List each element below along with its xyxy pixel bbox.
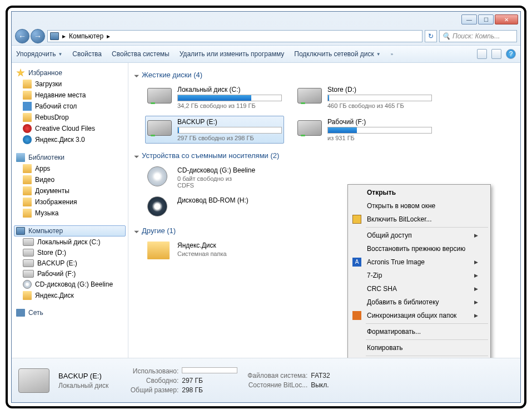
- map-drive-button[interactable]: Подключить сетевой диск▼: [294, 50, 380, 58]
- menu-restore[interactable]: Восстановить прежнюю версию: [349, 242, 489, 255]
- category-removable[interactable]: Устройства со съемными носителями (2): [135, 151, 514, 160]
- details-value: FAT32: [311, 372, 330, 379]
- drive-free: 460 ГБ свободно из 465 ГБ: [327, 102, 432, 109]
- menu-format[interactable]: Форматировать...: [349, 325, 489, 338]
- sidebar-item[interactable]: Видео: [14, 174, 126, 185]
- acronis-icon: A: [352, 258, 361, 267]
- drive-d[interactable]: Store (D:)460 ГБ свободно из 465 ГБ: [295, 83, 434, 111]
- hdd-icon: [147, 120, 172, 136]
- hdd-icon: [147, 88, 172, 103]
- sidebar-item[interactable]: Документы: [14, 185, 126, 196]
- sidebar-item[interactable]: Apps: [14, 163, 126, 174]
- search-icon: 🔍: [442, 32, 450, 40]
- star-icon: [16, 68, 25, 77]
- chevron-button[interactable]: »: [391, 52, 393, 57]
- usage-bar: [327, 95, 432, 101]
- preview-pane-button[interactable]: [491, 49, 501, 59]
- menu-crc[interactable]: CRC SHA▶: [349, 282, 489, 295]
- cd-icon: [147, 166, 167, 186]
- back-button[interactable]: ←: [15, 29, 29, 43]
- sidebar-computer[interactable]: Компьютер: [14, 225, 126, 236]
- yandex-icon: [23, 135, 32, 144]
- system-properties-button[interactable]: Свойства системы: [112, 50, 170, 58]
- uninstall-button[interactable]: Удалить или изменить программу: [180, 50, 285, 58]
- sidebar-favorites[interactable]: Избранное: [14, 67, 126, 78]
- drive-label: CD-дисковод (G:) Beeline: [177, 166, 282, 174]
- menu-copy[interactable]: Копировать: [349, 341, 489, 354]
- sidebar-item[interactable]: Яндекс.Диск 3.0: [14, 134, 126, 145]
- sync-icon: [352, 311, 361, 320]
- sidebar-item[interactable]: Яндекс.Диск: [14, 290, 126, 301]
- menu-acronis[interactable]: AAcronis True Image▶: [349, 255, 489, 269]
- sidebar-item[interactable]: BACKUP (E:): [14, 258, 126, 268]
- sidebar-item[interactable]: Рабочий (F:): [14, 268, 126, 279]
- breadcrumb-item[interactable]: Компьютер: [69, 32, 103, 40]
- breadcrumb[interactable]: ▸ Компьютер ▸: [47, 30, 422, 42]
- maximize-button[interactable]: ☐: [478, 14, 494, 24]
- menu-7zip[interactable]: 7-Zip▶: [349, 269, 489, 282]
- details-label: Состояние BitLoc...: [246, 381, 307, 389]
- properties-button[interactable]: Свойства: [72, 50, 102, 58]
- drive-cd[interactable]: CD-дисковод (G:) Beeline0 байт свободно …: [145, 164, 284, 191]
- drive-label: Рабочий (F:): [327, 118, 432, 126]
- drive-free: 34,2 ГБ свободно из 119 ГБ: [177, 102, 282, 109]
- sidebar-item[interactable]: Изображения: [14, 196, 126, 208]
- drive-yandex[interactable]: Яндекс.ДискСистемная папка: [145, 239, 284, 264]
- details-value: 298 ГБ: [182, 386, 203, 394]
- library-icon: [16, 153, 25, 162]
- usage-bar: [177, 127, 282, 134]
- sidebar-item[interactable]: Музыка: [14, 208, 126, 219]
- drive-label: BACKUP (E:): [177, 118, 282, 126]
- toolbar: Упорядочить▼ Свойства Свойства системы У…: [12, 45, 520, 63]
- sidebar-item[interactable]: Загрузки: [14, 78, 126, 90]
- sidebar-item[interactable]: Локальный диск (C:): [14, 236, 126, 247]
- disk-icon: [23, 270, 34, 278]
- details-type: Локальный диск: [58, 382, 108, 390]
- menu-shortcut[interactable]: Создать ярлык: [349, 357, 489, 358]
- details-label: Свободно:: [117, 377, 178, 385]
- category-hdd[interactable]: Жесткие диски (4): [135, 71, 514, 79]
- sidebar-item[interactable]: Store (D:): [14, 247, 126, 258]
- details-label: Файловая система:: [246, 372, 307, 379]
- folder-icon: [23, 113, 32, 122]
- bd-icon: [147, 196, 167, 216]
- folder-icon: [23, 291, 32, 300]
- menu-share[interactable]: Общий доступ▶: [349, 229, 489, 242]
- cc-icon: [23, 124, 32, 133]
- drive-label: Store (D:): [327, 86, 432, 93]
- forward-button[interactable]: →: [31, 29, 45, 43]
- folder-icon: [23, 175, 32, 184]
- close-button[interactable]: ✕: [495, 14, 518, 24]
- sidebar-item[interactable]: Недавние места: [14, 90, 126, 101]
- folder-icon: [23, 164, 32, 173]
- sidebar-item[interactable]: Рабочий стол: [14, 101, 126, 112]
- sidebar-libraries[interactable]: Библиотеки: [14, 152, 126, 163]
- sidebar-network[interactable]: Сеть: [14, 308, 126, 318]
- menu-bitlocker[interactable]: Включить BitLocker...: [349, 213, 489, 226]
- hdd-icon: [18, 368, 49, 393]
- drive-sub: CDFS: [177, 182, 282, 189]
- menu-sync[interactable]: Синхронизация общих папок▶: [349, 309, 489, 322]
- refresh-button[interactable]: ↻: [425, 30, 437, 42]
- search-input[interactable]: 🔍 Поиск: Компь...: [439, 30, 517, 42]
- usage-bar: [182, 367, 237, 373]
- minimize-button[interactable]: ―: [461, 14, 477, 24]
- folder-icon: [147, 241, 170, 259]
- menu-addlib[interactable]: Добавить в библиотеку▶: [349, 295, 489, 309]
- drive-c[interactable]: Локальный диск (C:)34,2 ГБ свободно из 1…: [145, 83, 284, 111]
- drive-e[interactable]: BACKUP (E:)297 ГБ свободно из 298 ГБ: [145, 116, 284, 144]
- sidebar-item[interactable]: Creative Cloud Files: [14, 123, 126, 134]
- drive-f[interactable]: Рабочий (F:) из 931 ГБ: [295, 116, 434, 144]
- menu-open-new[interactable]: Открыть в новом окне: [349, 199, 489, 213]
- organize-button[interactable]: Упорядочить▼: [16, 50, 62, 58]
- menu-open[interactable]: Открыть: [349, 186, 489, 199]
- network-icon: [16, 309, 25, 317]
- sidebar-item[interactable]: CD-дисковод (G:) Beeline: [14, 279, 126, 290]
- view-button[interactable]: [477, 49, 487, 59]
- help-button[interactable]: ?: [506, 49, 516, 59]
- shield-icon: [352, 215, 361, 224]
- sidebar-item[interactable]: RebusDrop: [14, 112, 126, 123]
- folder-icon: [23, 209, 32, 218]
- drive-sub: Системная папка: [177, 250, 282, 257]
- drive-bd[interactable]: Дисковод BD-ROM (H:): [145, 194, 284, 219]
